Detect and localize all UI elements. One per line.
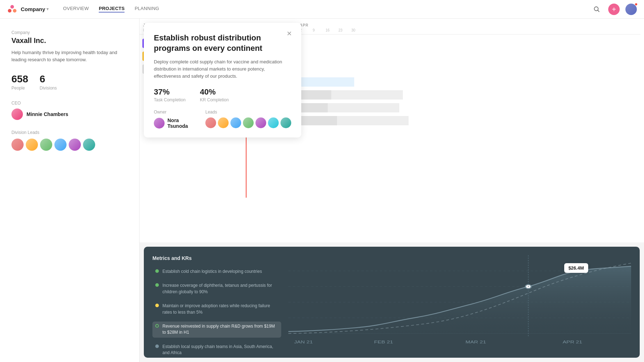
nav-actions: + [591,4,637,15]
ceo-label: CEO [11,101,128,106]
lead-avatar[interactable] [255,117,266,128]
right-content: JAN 8 15 22 29 FEB 5 12 19 26 MAR 5 12 1… [140,19,644,362]
svg-point-1 [8,9,11,13]
close-button[interactable]: ✕ [284,29,294,39]
leads-section: Leads [205,110,291,128]
svg-rect-40 [328,103,399,112]
svg-text:9: 9 [313,28,315,32]
division-leads-label: Division Leads [11,130,128,135]
lead-avatar[interactable] [205,117,216,128]
detail-metrics: 37% Task Completion 40% KR Completion [154,87,291,102]
lead-avatar[interactable] [243,117,254,128]
owner-leads-row: Owner Nora Tsunoda Leads [154,110,291,129]
svg-rect-38 [331,90,403,100]
chart-tooltip-value: $26.4M [569,265,584,271]
ceo-name: Minnie Chambers [26,111,68,117]
nav-projects[interactable]: PROJECTS [99,6,125,13]
kr-text: Establish cold chain logistics in develo… [162,269,262,275]
owner-name: Nora Tsunoda [167,117,191,129]
kr-text: Revenue reinvested in supply chain R&D g… [162,323,278,336]
lead-avatar[interactable] [230,117,241,128]
gantt-chart-area: JAN 8 15 22 29 FEB 5 12 19 26 MAR 5 12 1… [140,19,644,242]
owner-row: Nora Tsunoda [154,117,191,129]
division-lead-avatar[interactable] [26,139,38,151]
lead-avatar[interactable] [268,117,279,128]
metrics-krs-panel: Metrics and KRs Establish cold chain log… [144,247,640,358]
svg-text:FEB 21: FEB 21 [374,340,393,344]
kr-status-indicator [155,283,159,287]
lead-avatar[interactable] [280,117,291,128]
svg-text:JAN 21: JAN 21 [294,340,313,344]
division-lead-avatar[interactable] [40,139,52,151]
kr-item-2[interactable]: Increase coverage of diphtheria, tetanus… [152,281,281,297]
svg-point-2 [13,9,16,13]
people-stat: 658 People [11,73,28,91]
notification-badge [635,3,638,6]
svg-point-3 [594,7,598,11]
user-avatar[interactable] [625,4,637,15]
company-name[interactable]: Company ▾ [21,6,49,12]
metrics-title: Metrics and KRs [152,255,281,261]
svg-text:30: 30 [351,28,356,32]
nav-overview[interactable]: OVERVIEW [63,6,89,13]
division-lead-avatar[interactable] [69,139,81,151]
kr-status-indicator [155,344,159,348]
kr-text: Increase coverage of diphtheria, tetanus… [162,283,278,295]
kr-item-4[interactable]: Revenue reinvested in supply chain R&D g… [152,322,281,338]
svg-line-4 [598,10,600,12]
metrics-chart-area: $26.4M [288,255,631,349]
detail-description: Deploy complete cold supply chain for va… [154,58,283,80]
svg-rect-42 [337,116,409,125]
division-leads-avatars [11,139,128,151]
sidebar: Company Vaxall Inc. Help humanity thrive… [0,19,140,362]
task-completion-label: Task Completion [154,97,186,102]
kr-status-indicator [155,269,159,273]
kr-item-3[interactable]: Maintain or improve adoption rates while… [152,301,281,317]
owner-label: Owner [154,110,191,115]
svg-text:16: 16 [326,28,330,32]
ceo-avatar [11,108,23,120]
kr-text: Maintain or improve adoption rates while… [162,303,278,315]
divisions-stat: 6 Divisions [40,73,57,91]
kr-item-1[interactable]: Establish cold chain logistics in develo… [152,267,281,276]
detail-title: Establish robust distribution programs o… [154,33,283,53]
chevron-down-icon: ▾ [47,7,49,11]
detail-panel: ✕ Establish robust distribution programs… [144,23,301,137]
search-button[interactable] [591,4,602,15]
ceo-row: Minnie Chambers [11,108,128,120]
division-lead-avatar[interactable] [11,139,24,151]
app-logo[interactable] [7,4,17,15]
division-lead-avatar[interactable] [54,139,67,151]
task-completion-value: 37% [154,87,186,97]
sidebar-company-label: Company [11,30,128,35]
kr-completion-value: 40% [200,87,229,97]
sidebar-stats: 658 People 6 Divisions [11,73,128,91]
nav-links: OVERVIEW PROJECTS PLANNING [63,6,591,13]
kr-status-indicator [155,304,159,307]
kr-completion-stat: 40% KR Completion [200,87,229,102]
nav-planning[interactable]: PLANNING [135,6,159,13]
sidebar-description: Help humanity thrive by improving health… [11,49,128,63]
svg-text:APR 21: APR 21 [562,340,582,344]
lead-avatar[interactable] [218,117,229,128]
task-completion-stat: 37% Task Completion [154,87,186,102]
chart-tooltip: $26.4M [564,263,588,273]
add-button[interactable]: + [608,4,620,15]
metrics-krs-list: Metrics and KRs Establish cold chain log… [152,255,281,349]
owner-avatar[interactable] [154,118,165,129]
top-navigation: Company ▾ OVERVIEW PROJECTS PLANNING + [0,0,644,19]
svg-point-0 [10,5,14,9]
leads-label: Leads [205,110,291,115]
kr-completion-label: KR Completion [200,97,229,102]
svg-text:MAR 21: MAR 21 [465,340,486,344]
division-lead-avatar[interactable] [83,139,95,151]
kr-status-indicator [155,324,159,328]
owner-section: Owner Nora Tsunoda [154,110,191,129]
kr-text: Establish local supply chain teams in As… [162,344,278,356]
svg-text:23: 23 [338,28,343,32]
sidebar-company-name: Vaxall Inc. [11,37,128,45]
kr-item-5[interactable]: Establish local supply chain teams in As… [152,342,281,358]
leads-avatars [205,117,291,128]
